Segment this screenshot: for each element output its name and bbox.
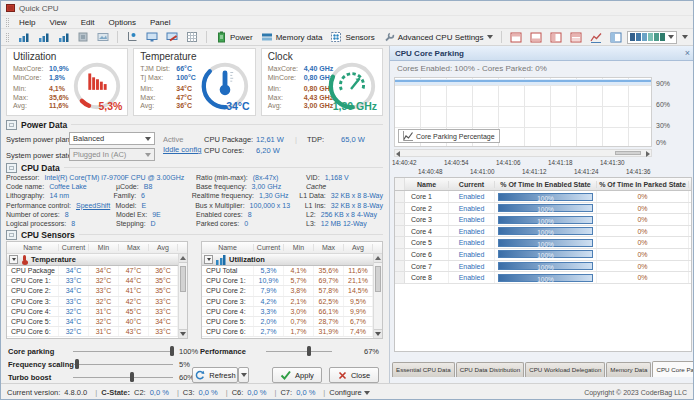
slider-track[interactable] bbox=[73, 358, 173, 370]
sensor-row[interactable]: CPU Package34°C34°C47°C36°C bbox=[7, 266, 187, 276]
refresh-dropdown-button[interactable] bbox=[238, 367, 249, 383]
power-button[interactable]: Power bbox=[212, 30, 256, 44]
slider-track[interactable] bbox=[73, 371, 173, 383]
sensor-row[interactable]: CPU Core 2:7,9%3,8%57,8%14,5% bbox=[202, 286, 382, 296]
menu-item-view[interactable]: View bbox=[42, 17, 73, 28]
sensor-row[interactable]: CPU Core 6:32°C31°C43°C33°C bbox=[7, 327, 187, 337]
monitor-refresh-button[interactable] bbox=[163, 30, 181, 44]
scroll-up-button[interactable] bbox=[374, 254, 382, 263]
scrollbar-thumb[interactable] bbox=[180, 266, 186, 292]
enabled-percentage-bar: 100% bbox=[498, 193, 593, 201]
tab-cpu-workload-delegation[interactable]: CPU Workload Delegation bbox=[525, 362, 605, 377]
sensor-group-row[interactable]: Temperature bbox=[7, 254, 187, 266]
monitor-button[interactable] bbox=[143, 30, 161, 44]
slider-track[interactable] bbox=[266, 345, 332, 357]
parking-table-row[interactable]: Core 5Enabled100%0% bbox=[395, 237, 691, 249]
tab-essential-cpu-data[interactable]: Essential CPU Data bbox=[392, 362, 455, 377]
slider-thumb[interactable] bbox=[75, 359, 79, 369]
cpu-graph-button[interactable] bbox=[34, 30, 52, 44]
parking-table-row[interactable]: Core 6Enabled100%0% bbox=[395, 249, 691, 261]
menu-item-help[interactable]: Help bbox=[12, 17, 42, 28]
panel-title: CPU Core Parking bbox=[395, 49, 685, 58]
parking-table-row[interactable]: Core 1Enabled100%0% bbox=[395, 191, 691, 203]
cpu-chip-button[interactable] bbox=[74, 30, 92, 44]
close-button[interactable]: Close bbox=[329, 367, 379, 383]
scroll-up-button[interactable] bbox=[179, 254, 187, 263]
collapse-chevron-icon[interactable] bbox=[204, 255, 213, 264]
menu-item-edit[interactable]: Edit bbox=[74, 17, 102, 28]
tab-memory-data[interactable]: Memory Data bbox=[606, 362, 651, 377]
scroll-down-button[interactable] bbox=[179, 329, 187, 338]
scroll-right-icon[interactable] bbox=[646, 151, 650, 157]
scrollbar-thumb[interactable] bbox=[615, 151, 641, 155]
idle-config-link[interactable]: Iddle config bbox=[163, 145, 201, 154]
sensor-row[interactable]: CPU Core 2:34°C33°C41°C35°C bbox=[7, 286, 187, 296]
sensor-row[interactable]: CPU Core 5:2,0%0,7%28,7%6,7% bbox=[202, 317, 382, 327]
panel-close-icon[interactable]: × bbox=[685, 49, 690, 58]
performance-slider: Performance 67% bbox=[200, 345, 385, 357]
power-plan-select[interactable]: Balanced bbox=[69, 132, 155, 145]
sensor-group-row[interactable]: Utilization bbox=[202, 254, 382, 266]
layout-top-button[interactable] bbox=[507, 30, 525, 44]
sensor-row[interactable]: CPU Core 6:2,7%1,7%31,9%7,4% bbox=[202, 327, 382, 337]
slider-value: 100% bbox=[179, 347, 198, 356]
chart-scrollbar-horizontal[interactable] bbox=[394, 149, 652, 157]
sensors-button[interactable]: Sensors bbox=[327, 30, 377, 44]
chart-legend: Core Parking Percentage bbox=[398, 129, 500, 143]
tab-cpu-core-parking[interactable]: CPU Core Parking bbox=[652, 361, 694, 377]
power-state-label: System power state: bbox=[6, 151, 74, 160]
collapse-chevron-icon[interactable] bbox=[9, 255, 18, 264]
menu-item-options[interactable]: Options bbox=[101, 17, 143, 28]
sensor-row[interactable]: CPU Core 1:10,9%5,7%69,7%21,1% bbox=[202, 276, 382, 286]
layout-rows-button[interactable] bbox=[567, 30, 585, 44]
trend-lines-button[interactable] bbox=[587, 30, 605, 44]
x-axis-label: 14:40:48 bbox=[418, 168, 443, 175]
scrollbar-vertical[interactable] bbox=[178, 254, 187, 338]
color-scheme-picker[interactable] bbox=[627, 31, 677, 44]
scrollbar-thumb[interactable] bbox=[375, 266, 381, 292]
column-header: Current bbox=[449, 181, 495, 188]
power-state-select[interactable]: Plugged In (AC) bbox=[69, 148, 155, 161]
side-panel-button[interactable] bbox=[607, 30, 625, 44]
parking-table-row[interactable]: Core 2Enabled100%0% bbox=[395, 203, 691, 215]
sensor-row[interactable]: CPU Total5,3%4,1%35,6%11,6% bbox=[202, 266, 382, 276]
slider-thumb[interactable] bbox=[130, 372, 134, 382]
scroll-left-icon[interactable] bbox=[396, 151, 400, 157]
parking-table-row[interactable]: Core 3Enabled100%0% bbox=[395, 214, 691, 226]
configure-menu[interactable]: Configure bbox=[329, 388, 370, 397]
refresh-button[interactable]: Refresh bbox=[192, 367, 238, 383]
sensor-row[interactable]: CPU Core 3:33°C32°C42°C33°C bbox=[7, 297, 187, 307]
parking-table-row[interactable]: Core 7Enabled100%0% bbox=[395, 261, 691, 273]
sensor-row[interactable]: CPU Core 4:3,3%3,0%66,1%9,9% bbox=[202, 307, 382, 317]
memory-data-button[interactable]: Memory data bbox=[258, 30, 326, 44]
apply-button[interactable]: Apply bbox=[272, 367, 322, 383]
clock-graph-button[interactable] bbox=[54, 30, 72, 44]
parking-table-row[interactable]: Core 4Enabled100%0% bbox=[395, 226, 691, 238]
utilization-graph-button[interactable] bbox=[14, 30, 32, 44]
core-state: Enabled bbox=[449, 237, 495, 248]
cpu-chip-icon bbox=[77, 31, 89, 43]
cpu-data-row: Performance control:SpeedShiftModel:EBus… bbox=[6, 201, 383, 210]
sensor-row[interactable]: CPU Core 4:32°C31°C45°C33°C bbox=[7, 307, 187, 317]
slider-thumb[interactable] bbox=[170, 346, 174, 356]
data-grid-button[interactable] bbox=[183, 30, 201, 44]
toolbar-overflow-button[interactable] bbox=[679, 34, 691, 40]
sensor-row[interactable]: CPU Core 5:34°C32°C40°C34°C bbox=[7, 317, 187, 327]
sensor-row[interactable]: CPU Core 3:4,2%2,1%62,5%9,5% bbox=[202, 297, 382, 307]
slider-thumb[interactable] bbox=[307, 346, 311, 356]
slider-track[interactable] bbox=[73, 345, 173, 357]
layout-columns-button[interactable] bbox=[547, 30, 565, 44]
x-axis-label: 14:40:42 bbox=[392, 159, 417, 166]
sensor-row[interactable]: CPU Core 1:33°C32°C44°C35°C bbox=[7, 276, 187, 286]
menu-item-panel[interactable]: Panel bbox=[143, 17, 177, 28]
advanced-cpu-settings-button[interactable]: Advanced CPU Settings bbox=[380, 30, 496, 44]
layout-bottom-button[interactable] bbox=[527, 30, 545, 44]
tuning-controls: Core parking 100% Frequency scaling 5% T… bbox=[8, 345, 385, 383]
column-header: Avg bbox=[344, 244, 373, 251]
tab-cpu-data-distribution[interactable]: CPU Data Distribution bbox=[456, 362, 525, 377]
axis-chart-button[interactable] bbox=[123, 30, 141, 44]
scrollbar-vertical[interactable] bbox=[373, 254, 382, 338]
scroll-down-button[interactable] bbox=[374, 329, 382, 338]
parking-table-row[interactable]: Core 8Enabled100%0% bbox=[395, 272, 691, 284]
screenshot-button[interactable] bbox=[94, 30, 112, 44]
